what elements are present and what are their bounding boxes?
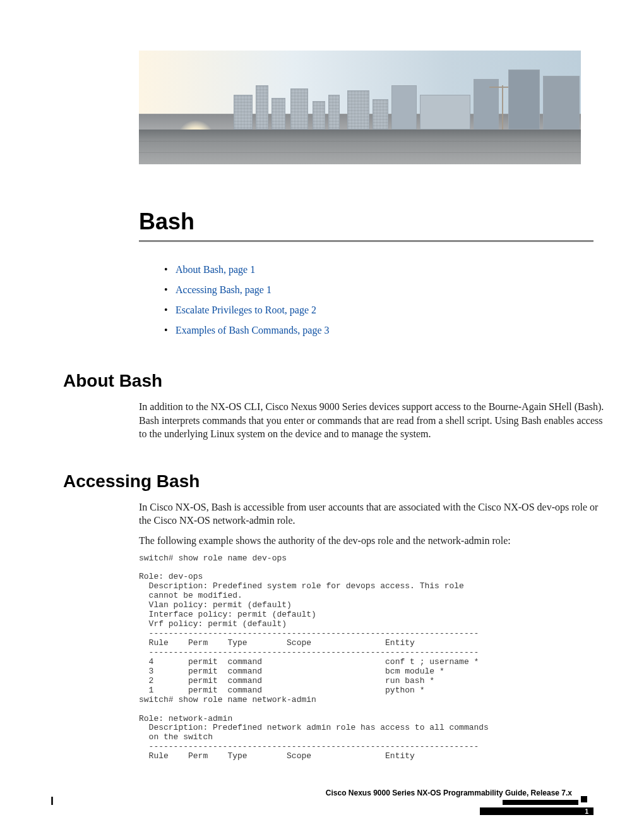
about-bash-paragraph: In addition to the NX-OS CLI, Cisco Nexu… xyxy=(139,400,606,441)
banner-image xyxy=(139,51,581,164)
building-icon xyxy=(391,85,417,130)
code-block-roles: switch# show role name dev-ops Role: dev… xyxy=(139,554,593,762)
toc-link-about-bash[interactable]: About Bash, page 1 xyxy=(176,264,255,275)
toc-item: Examples of Bash Commands, page 3 xyxy=(164,320,593,341)
toc-item: About Bash, page 1 xyxy=(164,260,593,280)
footer-bar-icon xyxy=(480,807,593,815)
page-footer: I Cisco Nexus 9000 Series NX-OS Programm… xyxy=(51,791,593,813)
chapter-title: Bash xyxy=(139,208,593,242)
building-icon xyxy=(290,88,308,130)
footer-square-icon xyxy=(581,796,587,802)
building-icon xyxy=(347,90,369,130)
toc-link-escalate-privileges[interactable]: Escalate Privileges to Root, page 2 xyxy=(176,305,316,315)
section-heading-accessing-bash: Accessing Bash xyxy=(63,471,593,492)
footer-guide-title: Cisco Nexus 9000 Series NX-OS Programmab… xyxy=(326,789,572,797)
crane-icon xyxy=(502,85,503,130)
building-icon xyxy=(256,85,268,130)
toc-item: Accessing Bash, page 1 xyxy=(164,280,593,300)
building-icon xyxy=(373,99,388,130)
footer-left-mark: I xyxy=(51,795,54,808)
footer-page-number: 1 xyxy=(585,808,588,815)
toc-item: Escalate Privileges to Root, page 2 xyxy=(164,300,593,320)
accessing-bash-paragraph-1: In Cisco NX-OS, Bash is accessible from … xyxy=(139,500,606,528)
page: Bash About Bash, page 1 Accessing Bash, … xyxy=(0,0,644,834)
building-icon xyxy=(234,95,253,130)
building-icon xyxy=(508,70,540,130)
building-icon xyxy=(543,76,580,130)
building-icon xyxy=(328,95,340,130)
footer-bar-icon xyxy=(503,800,578,805)
table-of-contents: About Bash, page 1 Accessing Bash, page … xyxy=(164,260,593,341)
building-icon xyxy=(420,95,470,130)
building-icon xyxy=(271,98,285,130)
section-heading-about-bash: About Bash xyxy=(63,371,593,391)
toc-link-examples-bash[interactable]: Examples of Bash Commands, page 3 xyxy=(176,325,330,335)
accessing-bash-paragraph-2: The following example shows the authorit… xyxy=(139,534,606,548)
building-icon xyxy=(313,101,325,130)
banner-ground xyxy=(139,130,581,164)
toc-link-accessing-bash[interactable]: Accessing Bash, page 1 xyxy=(176,284,271,295)
